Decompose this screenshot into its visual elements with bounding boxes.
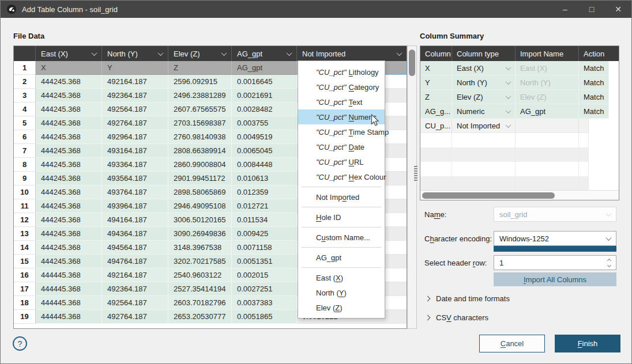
menu-item-label: Text [349, 98, 363, 107]
app-logo-icon [6, 4, 17, 14]
cell-east: 444245.368 [36, 89, 102, 103]
column-type-value: Numeric [457, 107, 484, 116]
name-combobox[interactable]: soil_grid [494, 207, 616, 222]
summary-cell-column-type[interactable]: Not Imported [452, 119, 516, 133]
chevron-down-icon [506, 122, 511, 128]
cell-ag-gpt: 0.0051865 [232, 310, 297, 324]
summary-row [420, 176, 619, 191]
cell-north: 492364.187 [102, 282, 168, 296]
summary-cell-column-type[interactable]: Elev (Z) [452, 90, 516, 104]
cancel-button[interactable]: Cancel [479, 335, 545, 352]
finish-button[interactable]: Finish [555, 335, 620, 352]
summary-cell-column-type[interactable] [452, 133, 516, 147]
summary-cell-import-name[interactable]: AG_gpt [516, 104, 579, 119]
menu-item[interactable]: North (Y) [298, 285, 385, 300]
summary-cell-import-name[interactable] [516, 162, 579, 176]
column-header-ag-gpt[interactable]: AG_gpt [232, 46, 297, 61]
cell-ag-gpt: 0.0027251 [232, 282, 297, 296]
cell-elev: 3202.70217585 [168, 255, 232, 268]
csv-characters-expander[interactable]: CSV characters [426, 313, 488, 322]
minimize-button[interactable]: – [552, 1, 578, 18]
menu-separator [302, 247, 381, 248]
menu-item[interactable]: East (X) [298, 270, 385, 285]
menu-item-label: Not Imported [316, 193, 359, 202]
cell-ag-gpt: 0.003755 [232, 116, 297, 130]
column-type-value: Not Imported [457, 122, 500, 130]
menu-item[interactable]: Hole ID [298, 210, 385, 225]
summary-cell-import-name[interactable]: East (X) [516, 61, 579, 75]
menu-item[interactable]: "CU_pct"Lithology [298, 65, 385, 79]
summary-cell-column-type[interactable] [452, 176, 516, 191]
cell-ag-gpt: 0.0065045 [232, 144, 297, 158]
cell-elev: 2527.35414194 [168, 282, 232, 296]
scrollbar-thumb[interactable] [409, 50, 415, 76]
chevron-down-icon [506, 93, 511, 99]
row-number-cell: 9 [14, 172, 36, 185]
menu-item[interactable]: "CU_pct"Text [298, 94, 385, 109]
close-button[interactable]: ✕ [605, 1, 631, 18]
cell-east: X [36, 61, 102, 75]
menu-item-prefix: "CU_pct" [316, 83, 347, 92]
summary-cell-import-name[interactable]: North (Y) [516, 75, 579, 90]
cell-ag-gpt: AG_gpt [232, 61, 297, 75]
column-header-not-imported[interactable]: Not Imported [297, 46, 407, 61]
summary-row: AG_g... Numeric AG_gpt Match [420, 104, 619, 119]
spin-up-icon[interactable] [607, 258, 611, 262]
cell-elev: 2946.49095108 [168, 199, 232, 213]
column-summary-label: Column Summary [420, 32, 484, 40]
summary-cell-action: Match [579, 75, 609, 90]
menu-item-label: URL [349, 158, 364, 166]
menu-item[interactable]: "CU_pct"Category [298, 79, 385, 94]
import-all-columns-button[interactable]: Import All Columns [494, 272, 616, 286]
cell-ag-gpt: 0.011534 [232, 213, 297, 227]
menu-item[interactable]: "CU_pct"URL [298, 154, 385, 169]
menu-item[interactable]: AG_gpt [298, 250, 385, 265]
help-button[interactable]: ? [13, 336, 27, 351]
summary-cell-import-name[interactable] [516, 176, 579, 191]
summary-row [420, 147, 619, 162]
column-header-north[interactable]: North (Y) [102, 46, 168, 61]
summary-cell-import-name[interactable] [516, 119, 579, 133]
summary-header-column: Column [420, 46, 452, 61]
scrollbar-thumb[interactable] [422, 192, 555, 199]
date-time-formats-expander[interactable]: Date and time formats [426, 294, 510, 303]
summary-horizontal-scrollbar[interactable] [420, 190, 619, 200]
menu-item[interactable]: "CU_pct"Hex Colour [298, 169, 385, 184]
summary-cell-import-name[interactable] [516, 147, 579, 162]
maximize-button[interactable]: □ [578, 1, 605, 18]
cell-ag-gpt: 0.0071158 [232, 241, 297, 255]
summary-cell-column [420, 147, 452, 162]
row-number-cell: 3 [14, 89, 36, 103]
spin-down-icon[interactable] [607, 263, 611, 267]
spinner-buttons[interactable] [608, 259, 611, 267]
summary-header-column-type: Column type [452, 46, 516, 61]
menu-item[interactable]: Custom Name... [298, 230, 385, 245]
menu-item[interactable]: Not Imported [298, 189, 385, 204]
menu-separator [302, 187, 381, 187]
cell-east: 444245.368 [36, 75, 102, 89]
menu-item-prefix: "CU_pct" [316, 173, 347, 181]
column-header-east[interactable]: East (X) [36, 46, 102, 61]
cell-east: 444245.368 [36, 172, 102, 185]
file-table-vertical-scrollbar[interactable] [407, 46, 417, 329]
summary-cell-action: Match [579, 90, 609, 104]
cell-north: 492764.187 [102, 310, 168, 324]
summary-table-mini-scrollbar[interactable] [414, 166, 417, 182]
summary-cell-import-name[interactable] [516, 133, 579, 147]
summary-cell-column: CU_p... [420, 119, 452, 133]
summary-cell-column-type[interactable] [452, 147, 516, 162]
summary-cell-column-type[interactable]: Numeric [452, 104, 516, 119]
menu-item[interactable]: "CU_pct"Date [298, 139, 385, 154]
summary-cell-column-type[interactable] [452, 162, 516, 176]
menu-item[interactable]: Elev (Z) [298, 300, 385, 315]
row-number-cell: 7 [14, 144, 36, 158]
summary-cell-column-type[interactable]: North (Y) [452, 75, 516, 90]
header-row-spinner[interactable]: 1 [494, 255, 616, 270]
character-encoding-combobox[interactable]: Windows-1252 [494, 231, 616, 246]
column-header-elev[interactable]: Elev (Z) [168, 46, 232, 61]
summary-cell-import-name[interactable]: Elev (Z) [516, 90, 579, 104]
row-number-cell: 5 [14, 116, 36, 130]
summary-cell-column-type[interactable]: East (X) [452, 61, 516, 75]
cell-ag-gpt: 0.0051351 [232, 255, 297, 268]
column-header-label: AG_gpt [237, 50, 262, 58]
